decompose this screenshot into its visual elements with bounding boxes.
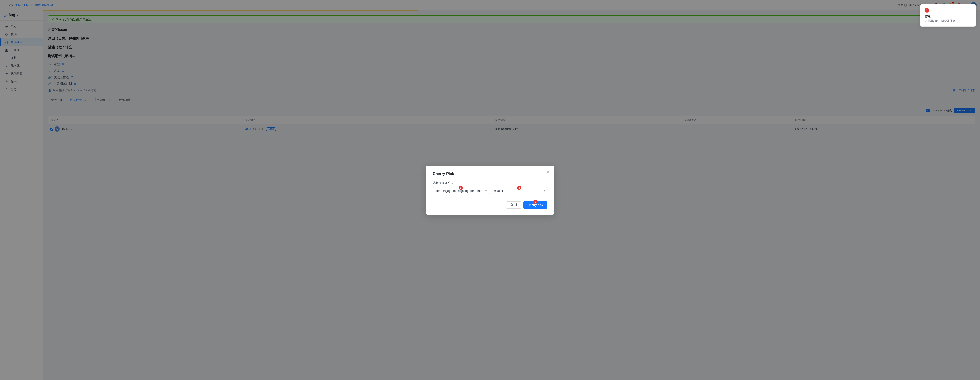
repo-badge: 1 (458, 185, 463, 190)
modal-footer: 取消 Cherry-pick 3 (433, 201, 547, 209)
modal-title: Cherry Pick (433, 172, 547, 176)
notification-popup: 1 标题 这里写内容，随便写什么 (920, 4, 976, 27)
branch-select-wrapper: 2 master ▾ (491, 187, 547, 195)
branch-badge: 2 (517, 185, 522, 190)
modal-overlay[interactable]: Cherry Pick × 选择仓库及分支 1 dont-engage-in-i… (0, 0, 980, 380)
notif-badge: 1 (924, 8, 929, 13)
repo-select-wrapper: 1 dont-engage-in-infighting/front-end ▾ (433, 187, 489, 195)
modal-section-label: 选择仓库及分支 (433, 181, 547, 185)
cherry-pick-modal: Cherry Pick × 选择仓库及分支 1 dont-engage-in-i… (426, 166, 554, 215)
modal-close-button[interactable]: × (546, 170, 549, 174)
confirm-cherry-pick-button[interactable]: Cherry-pick 3 (523, 201, 547, 209)
notif-title: 标题 (924, 14, 971, 18)
confirm-badge: 3 (533, 200, 538, 204)
cancel-button[interactable]: 取消 (506, 201, 521, 209)
notif-body: 这里写内容，随便写什么 (924, 19, 971, 23)
modal-selects: 1 dont-engage-in-infighting/front-end ▾ … (433, 187, 547, 195)
